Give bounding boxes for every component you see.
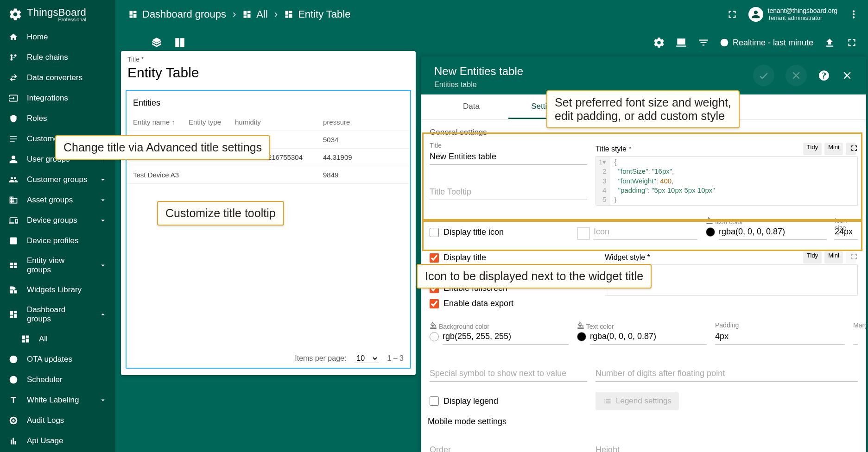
callout-tooltip: Customize title tooltip <box>157 201 284 226</box>
brand-logo[interactable]: ThingsBoard Professional <box>0 0 115 27</box>
background-color-field[interactable]: Background color <box>430 321 569 345</box>
height-field[interactable] <box>596 435 858 452</box>
sidebar-item[interactable]: Device profiles <box>0 231 115 251</box>
timewindow[interactable]: Realtime - last minute <box>720 38 813 48</box>
breadcrumb-current[interactable]: Entity Table <box>284 8 350 20</box>
tab-data[interactable]: Data <box>434 94 508 119</box>
widget-preview: Entities Entity name ↑Entity typehumidit… <box>126 90 411 369</box>
pager-size-select[interactable]: 10 <box>355 354 379 363</box>
sidebar-item[interactable]: OTA updates <box>0 349 115 370</box>
order-field[interactable] <box>430 435 587 452</box>
column-header[interactable]: humidity <box>235 118 323 126</box>
title-style-tools: Tidy Mini <box>801 142 858 156</box>
bg-color-input[interactable] <box>443 329 569 345</box>
text-color-field[interactable]: Text color <box>577 321 707 345</box>
cancel-button[interactable] <box>786 65 807 86</box>
mini-button[interactable]: Mini <box>824 251 843 264</box>
mini-button[interactable]: Mini <box>824 143 843 155</box>
digits-input[interactable] <box>596 366 858 382</box>
close-icon[interactable] <box>841 69 853 82</box>
user-chip[interactable]: tenant@thingsboard.org Tenant administra… <box>748 7 837 22</box>
pager: Items per page: 10 1 – 3 <box>295 354 404 363</box>
filters-icon[interactable] <box>697 37 710 49</box>
height-input[interactable] <box>596 442 858 452</box>
padding-input[interactable] <box>715 329 845 345</box>
breadcrumb-group[interactable]: Dashboard groups <box>128 8 226 20</box>
padding-field[interactable]: Padding <box>715 321 845 345</box>
icon-color-field[interactable]: Icon color <box>706 217 826 240</box>
bg-color-swatch[interactable] <box>430 332 439 341</box>
pager-range: 1 – 3 <box>387 354 404 363</box>
layout-icon[interactable] <box>174 37 186 49</box>
icon-preview[interactable] <box>577 227 590 240</box>
colorfill-icon <box>430 321 437 329</box>
display-title-checkbox[interactable]: Display title <box>430 250 596 265</box>
widget-title: Entity Table <box>127 63 409 81</box>
text-color-swatch[interactable] <box>577 332 586 341</box>
title-tooltip-input[interactable] <box>430 184 587 200</box>
sidebar-sub-item[interactable]: All <box>0 329 115 349</box>
title-input[interactable] <box>430 149 587 165</box>
apply-button[interactable] <box>753 65 774 86</box>
icon-size-field[interactable]: Icon size <box>835 217 858 240</box>
nav-label: Rule chains <box>27 53 107 62</box>
sidebar-item[interactable]: Device groups <box>0 210 115 231</box>
icon-color-swatch[interactable] <box>706 227 715 237</box>
icon-field[interactable] <box>577 217 697 240</box>
icon-input[interactable] <box>594 224 697 240</box>
sidebar-item[interactable]: Audit Logs <box>0 410 115 431</box>
main: Dashboard groups › All › Entity Table te… <box>115 0 868 452</box>
column-header[interactable]: pressure <box>323 118 379 126</box>
sidebar-item[interactable]: Widgets Library <box>0 280 115 300</box>
sidebar-item[interactable]: Scheduler <box>0 370 115 390</box>
sidebar-item[interactable]: Integrations <box>0 88 115 108</box>
sidebar-item[interactable]: White Labeling <box>0 390 115 410</box>
sidebar-item[interactable]: Entity view groups <box>0 251 115 280</box>
sidebar-item[interactable]: Dashboard groups <box>0 300 115 329</box>
title-tooltip-field[interactable] <box>430 177 587 200</box>
sidebar-item[interactable]: Home <box>0 27 115 47</box>
export-icon[interactable] <box>824 37 836 49</box>
widget-style-label: Widget style * <box>605 253 650 262</box>
fullscreen-icon[interactable] <box>846 37 858 49</box>
display-title-icon-checkbox[interactable]: Display title icon <box>430 225 569 240</box>
digits-field[interactable] <box>596 358 858 382</box>
margin-field[interactable]: Margin <box>853 321 858 345</box>
tidy-button[interactable]: Tidy <box>803 251 822 264</box>
entity-aliases-icon[interactable] <box>675 37 687 49</box>
help-icon[interactable] <box>818 69 830 82</box>
layers-icon[interactable] <box>151 37 163 49</box>
sidebar-item[interactable]: Data converters <box>0 68 115 88</box>
icon-color-input[interactable] <box>719 224 826 240</box>
editor-fullscreen-button[interactable] <box>846 143 856 155</box>
enable-data-export-checkbox[interactable]: Enable data export <box>430 296 596 311</box>
sidebar-item[interactable]: Rule chains <box>0 47 115 68</box>
special-symbol-input[interactable] <box>430 366 587 382</box>
sidebar-item[interactable]: Customer groups <box>0 170 115 190</box>
settings-icon[interactable] <box>653 37 665 49</box>
table-row[interactable]: Test Device A39849 <box>127 166 410 184</box>
sidebar-item[interactable]: Asset groups <box>0 190 115 210</box>
editor-fullscreen-button[interactable] <box>846 251 856 264</box>
sidebar-item[interactable]: Roles <box>0 108 115 129</box>
margin-input[interactable] <box>853 329 858 345</box>
display-legend-checkbox[interactable]: Display legend <box>430 394 587 409</box>
dashboard-icon <box>128 10 138 19</box>
breadcrumb-all[interactable]: All <box>242 8 267 20</box>
special-symbol-field[interactable] <box>430 358 587 382</box>
nav-label: Integrations <box>27 94 107 103</box>
column-header[interactable]: Entity name ↑ <box>133 118 189 126</box>
nav-icon <box>8 215 19 226</box>
title-field[interactable]: Title <box>430 142 587 165</box>
sidebar-item[interactable]: Api Usage <box>0 431 115 451</box>
more-icon[interactable] <box>848 8 860 20</box>
widget-style-tools: Tidy Mini <box>801 250 858 264</box>
text-color-input[interactable] <box>590 329 707 345</box>
nav-icon <box>8 93 19 103</box>
order-input[interactable] <box>430 442 587 452</box>
column-header[interactable]: Entity type <box>189 118 235 126</box>
tidy-button[interactable]: Tidy <box>803 143 822 155</box>
nav-label: Asset groups <box>27 195 90 205</box>
fullscreen-icon[interactable] <box>726 8 738 20</box>
title-style-editor[interactable]: 1▾2345 { "fontSize": "16px", "fontWeight… <box>596 156 858 206</box>
